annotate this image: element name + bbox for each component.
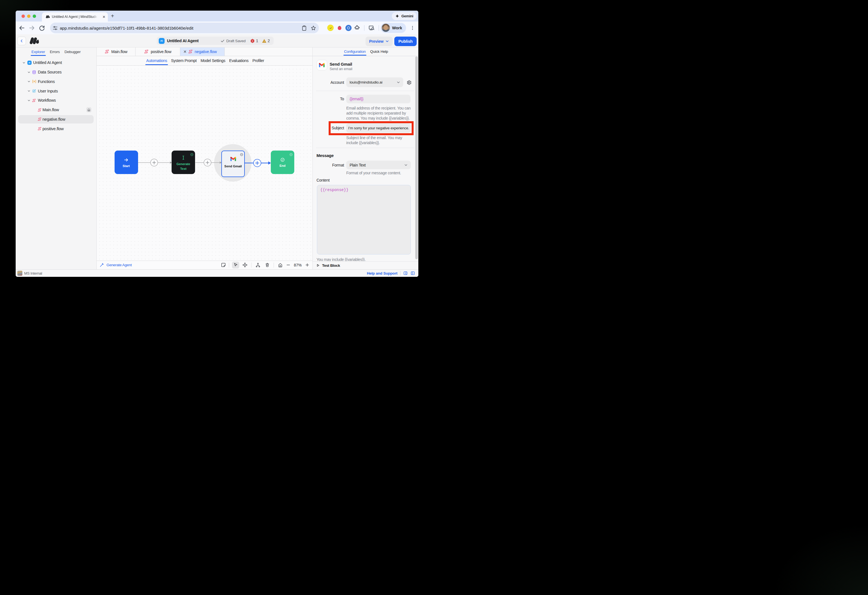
svg-text:!: ! [252,40,253,42]
svg-text:!: ! [264,40,265,43]
